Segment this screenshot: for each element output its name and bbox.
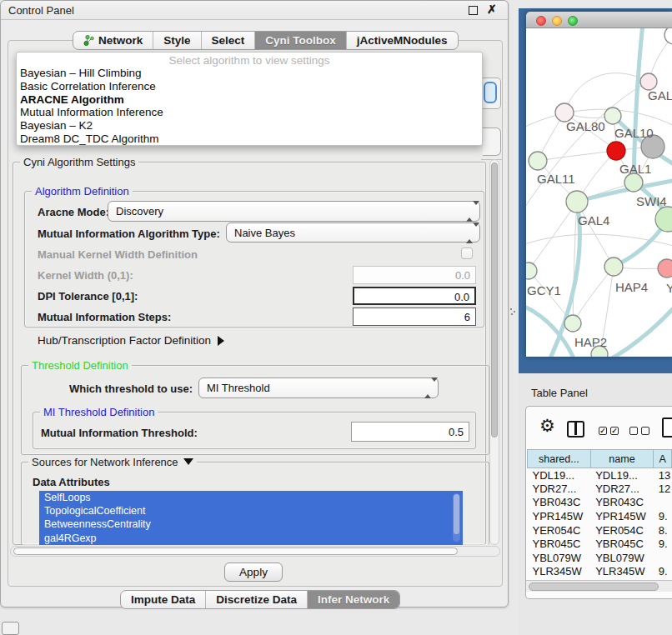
tab-discretize-data[interactable]: Discretize Data [206, 591, 308, 608]
cell[interactable]: YBR043C [528, 496, 591, 510]
tab-impute-data[interactable]: Impute Data [121, 591, 206, 608]
cell[interactable]: 8. [654, 523, 672, 538]
cell[interactable]: 9. [654, 565, 672, 579]
table-row[interactable]: YPR145WYPR145W9. [528, 509, 672, 523]
cell[interactable]: YDL19... [528, 468, 591, 482]
attribute-item[interactable]: gal4RGexp [39, 532, 463, 545]
cell[interactable] [654, 496, 672, 510]
algorithm-option[interactable]: Dream8 DC_TDC Algorithm [17, 132, 482, 146]
mac-minimize-icon[interactable] [552, 16, 562, 26]
cell[interactable]: YBR045C [590, 537, 654, 551]
table-hscroll-thumb[interactable] [529, 582, 659, 591]
mi-steps-field[interactable]: 6 [353, 308, 476, 326]
mi-threshold-field[interactable]: 0.5 [351, 422, 469, 442]
algorithm-option[interactable]: Bayesian – Hill Climbing [17, 67, 482, 80]
bottom-left-mini-button[interactable] [2, 622, 19, 635]
network-window-titlebar[interactable] [526, 12, 672, 28]
cell[interactable]: YBR045C [528, 537, 591, 551]
node-green-large[interactable] [655, 207, 672, 232]
cell[interactable]: YPR145W [528, 509, 591, 523]
cell[interactable]: YER054C [528, 523, 591, 538]
document-icon[interactable] [662, 418, 672, 438]
close-icon[interactable]: ✗ [487, 2, 497, 16]
aracne-mode-select[interactable]: Discovery [108, 201, 480, 222]
tab-jactivemnodules[interactable]: jActiveMNodules [347, 32, 458, 49]
cell[interactable]: 9. [654, 537, 672, 551]
cell[interactable]: YDR27... [528, 482, 591, 496]
mac-close-icon[interactable] [536, 16, 546, 26]
cell[interactable] [654, 551, 672, 565]
attributes-scrollbar[interactable] [453, 493, 460, 542]
cell[interactable]: YBR043C [590, 496, 654, 510]
column-header-partial[interactable]: A [654, 450, 672, 468]
attribute-item[interactable]: BetweennessCentrality [39, 518, 463, 531]
settings-vertical-scrollbar[interactable] [489, 159, 499, 545]
node-gal10[interactable] [604, 108, 621, 124]
tab-network[interactable]: Network [73, 32, 153, 49]
which-threshold-select[interactable]: MI Threshold [198, 378, 439, 398]
cell[interactable]: YLR345W [590, 565, 654, 579]
table-row[interactable]: YDL19...YDL19...13 [528, 468, 672, 482]
node-salmon[interactable] [658, 259, 672, 278]
table-row[interactable]: YLR345WYLR345W9. [528, 565, 672, 579]
node-gal4[interactable] [566, 191, 588, 212]
checked-checkbox-icon[interactable]: ✓ [610, 427, 619, 435]
node-gal-partial[interactable] [640, 73, 657, 90]
cell[interactable]: YBL079W [590, 551, 654, 565]
cell[interactable]: 12 [654, 482, 672, 496]
table-row[interactable]: YDR27...YDR27...12 [528, 482, 672, 496]
attribute-item[interactable]: TopologicalCoefficient [39, 504, 463, 518]
algorithm-option[interactable]: Bayesian – K2 [17, 119, 482, 132]
algorithm-option[interactable]: Basic Correlation Inference [17, 80, 482, 93]
cell[interactable]: 13 [654, 468, 672, 482]
network-canvas[interactable]: GAL GAL80 GAL10 GAL1 GAL11 SWI4 GAL4 GCY… [526, 28, 672, 357]
cell[interactable]: YBL079W [528, 551, 591, 565]
hub-section-toggle[interactable]: Hub/Transcription Factor Definition [38, 334, 224, 347]
hscroll-thumb[interactable] [13, 548, 458, 555]
table-row[interactable]: YBR043CYBR043C [528, 496, 672, 510]
unchecked-checkbox-icon[interactable] [629, 427, 638, 435]
manual-kernel-checkbox[interactable] [461, 248, 473, 259]
cell[interactable]: YER054C [590, 523, 654, 538]
algorithm-option[interactable]: Mutual Information Inference [17, 106, 482, 119]
node-swi4[interactable] [624, 173, 643, 192]
cell[interactable]: YDL19... [590, 468, 654, 482]
tab-select[interactable]: Select [202, 32, 256, 49]
cell[interactable]: 9. [654, 509, 672, 523]
column-header-shared-name[interactable]: shared... [528, 450, 591, 468]
tab-infer-network[interactable]: Infer Network [308, 591, 399, 608]
cell[interactable]: YDR27... [590, 482, 654, 496]
node-gcy1[interactable] [526, 262, 537, 279]
dpi-tolerance-field[interactable]: 0.0 [353, 287, 476, 305]
sources-group-label[interactable]: Sources for Network Inference [28, 456, 197, 468]
settings-horizontal-scrollbar[interactable] [10, 546, 500, 557]
attributes-scroll-thumb[interactable] [454, 494, 459, 534]
tab-cyni-toolbox[interactable]: Cyni Toolbox [255, 32, 347, 49]
mac-zoom-icon[interactable] [568, 16, 578, 26]
cell[interactable]: YLR345W [528, 565, 591, 579]
attribute-item[interactable]: SelfLoops [39, 491, 463, 504]
splitpane-grip[interactable] [510, 308, 515, 315]
tab-style[interactable]: Style [153, 32, 201, 49]
table-row[interactable]: YER054CYER054C8. [528, 523, 672, 538]
unchecked-checkbox-icon[interactable] [641, 427, 649, 435]
node-hap2[interactable] [564, 315, 581, 332]
node-gal11[interactable] [529, 152, 547, 170]
algorithm-option-selected[interactable]: ARACNE Algorithm [17, 93, 482, 107]
table-row[interactable]: YBR045CYBR045C9. [528, 537, 672, 551]
mi-type-select[interactable]: Naive Bayes [226, 222, 480, 242]
vscroll-thumb[interactable] [491, 162, 498, 438]
table-horizontal-scrollbar[interactable] [526, 580, 672, 592]
float-window-icon[interactable] [469, 6, 478, 15]
kernel-width-field[interactable]: 0.0 [353, 266, 476, 284]
node-unlabeled[interactable] [664, 28, 672, 44]
node-gal1-selected[interactable] [607, 142, 625, 160]
checked-checkbox-icon[interactable]: ✓ [599, 427, 607, 435]
column-header-name[interactable]: name [590, 450, 654, 468]
columns-icon[interactable] [567, 421, 584, 438]
table-row[interactable]: YBL079WYBL079W [528, 551, 672, 565]
data-attributes-list[interactable]: SelfLoops TopologicalCoefficient Between… [39, 491, 463, 545]
apply-button[interactable]: Apply [224, 562, 283, 582]
node-hap4[interactable] [604, 258, 623, 276]
cell[interactable]: YPR145W [590, 509, 654, 523]
